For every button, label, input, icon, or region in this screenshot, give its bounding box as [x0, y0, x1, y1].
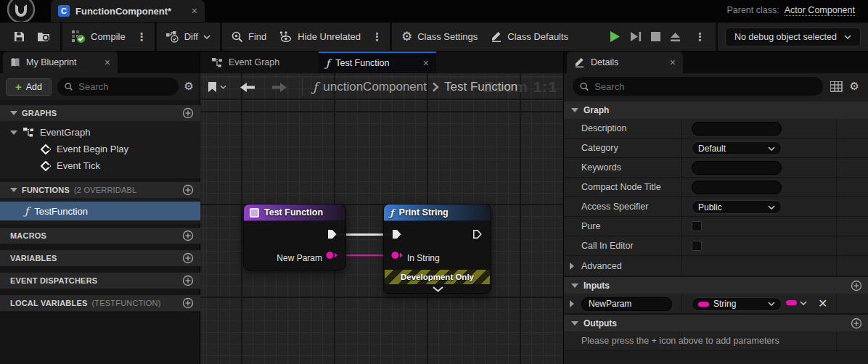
add-dispatcher-plus-icon[interactable] [182, 275, 194, 286]
asset-tab-close-icon[interactable]: × [192, 6, 197, 16]
details-search[interactable] [573, 77, 823, 96]
details-settings-gear-icon[interactable]: ⚙ [850, 81, 859, 92]
string-output-pin[interactable] [326, 251, 338, 260]
exec-output-pin[interactable] [473, 230, 482, 239]
tab-my-blueprint[interactable]: My Blueprint × [3, 51, 118, 73]
section-local-variables[interactable]: LOCAL VARIABLES (TESTFUNCTION) [0, 295, 200, 311]
section-macros[interactable]: MACROS [0, 228, 200, 244]
collapse-arrow-icon[interactable] [10, 111, 17, 115]
local-variables-header-label: LOCAL VARIABLES [10, 299, 88, 307]
asset-tab[interactable]: C FunctionComponent* × [51, 0, 205, 22]
breadcrumb-divider [302, 78, 303, 96]
stop-icon[interactable] [651, 32, 660, 41]
add-button[interactable]: + Add [6, 78, 52, 96]
details-search-input[interactable] [594, 81, 815, 92]
find-button[interactable]: Find [225, 22, 273, 51]
class-defaults-button[interactable]: Class Defaults [484, 22, 575, 51]
blueprint-editor-window: C FunctionComponent* × Parent class: Act… [0, 0, 868, 364]
display-filter-grid-icon[interactable] [830, 81, 843, 92]
node-print-string-header[interactable]: ƒ Print String [384, 204, 491, 221]
class-settings-button[interactable]: ⚙ Class Settings [395, 22, 484, 51]
description-input[interactable] [692, 122, 782, 136]
node-test-function[interactable]: Test Function New Param [243, 204, 346, 270]
keywords-input[interactable] [692, 161, 782, 175]
add-function-plus-icon[interactable] [182, 184, 194, 196]
details-section-inputs[interactable]: Inputs [564, 276, 868, 294]
diff-button[interactable]: Diff [160, 22, 217, 51]
debug-object-dropdown[interactable]: No debug object selected [725, 28, 861, 46]
compile-button[interactable]: Compile [65, 22, 132, 51]
section-variables[interactable]: VARIABLES [0, 250, 200, 266]
collapse-arrow-icon[interactable] [10, 131, 17, 135]
container-type-dropdown[interactable] [786, 300, 807, 305]
save-button[interactable] [7, 22, 31, 51]
collapse-arrow-icon[interactable] [571, 108, 578, 112]
section-functions[interactable]: FUNCTIONS (2 OVERRIDABL [0, 182, 200, 198]
compile-options-kebab-icon[interactable]: ⋮ [132, 30, 152, 44]
tree-item-testfunction[interactable]: ƒ TestFunction [0, 202, 200, 220]
section-graphs[interactable]: GRAPHS [0, 105, 200, 121]
category-combobox[interactable]: Default [692, 141, 782, 155]
my-blueprint-search[interactable] [57, 78, 179, 96]
test-function-tab-close-icon[interactable]: × [423, 58, 429, 68]
access-specifier-dropdown[interactable]: Public [692, 200, 782, 214]
tree-item-eventgraph[interactable]: EventGraph [0, 124, 200, 141]
call-in-editor-checkbox[interactable] [692, 241, 702, 251]
my-blueprint-search-input[interactable] [78, 81, 171, 92]
my-blueprint-tab-close-icon[interactable]: × [105, 57, 110, 67]
breadcrumb-root[interactable]: unctionComponent [323, 80, 427, 94]
category-value: Default [698, 144, 763, 154]
section-event-dispatchers[interactable]: EVENT DISPATCHERS [0, 273, 200, 289]
string-input-pin[interactable] [391, 251, 404, 260]
collapse-arrow-icon[interactable] [10, 188, 17, 192]
collapse-arrow-icon[interactable] [571, 321, 578, 326]
expand-arrow-icon[interactable] [570, 300, 574, 307]
node-test-function-header[interactable]: Test Function [244, 204, 345, 221]
tab-test-function[interactable]: ƒ Test Function × [319, 51, 436, 73]
pure-checkbox[interactable] [692, 221, 702, 231]
details-section-outputs[interactable]: Outputs [564, 314, 868, 331]
forward-arrow-icon[interactable] [271, 82, 287, 93]
hide-unrelated-button[interactable]: Hide Unrelated [273, 22, 367, 51]
details-search-row: ⚙ [564, 73, 868, 99]
eject-icon[interactable] [670, 32, 681, 42]
browse-asset-button[interactable] [31, 22, 57, 51]
breadcrumb-current[interactable]: Test Function [444, 80, 517, 94]
tree-item-event-begin-play[interactable]: Event Begin Play [0, 141, 200, 157]
my-blueprint-settings-gear-icon[interactable]: ⚙ [184, 81, 194, 92]
details-section-graph[interactable]: Graph [564, 102, 868, 119]
add-local-variable-plus-icon[interactable] [182, 297, 194, 309]
exec-output-pin[interactable] [328, 230, 337, 239]
row-advanced[interactable]: Advanced [564, 256, 868, 276]
compact-node-title-input[interactable] [692, 181, 782, 194]
tab-details[interactable]: Details × [567, 51, 683, 73]
play-icon[interactable] [610, 30, 621, 43]
debug-object-label: No debug object selected [734, 32, 837, 42]
add-output-plus-icon[interactable] [851, 318, 862, 329]
play-options-kebab-icon[interactable]: ⋮ [690, 30, 710, 44]
frame-skip-icon[interactable] [630, 31, 642, 42]
graph-canvas[interactable]: Zoom 1:1 ƒ unctionComponent [200, 73, 563, 364]
input-name-field[interactable] [581, 297, 672, 311]
bookmark-icon[interactable] [208, 81, 217, 93]
add-input-plus-icon[interactable] [851, 280, 862, 291]
back-arrow-icon[interactable] [239, 82, 255, 93]
details-tab-close-icon[interactable]: × [670, 57, 676, 67]
tab-event-graph[interactable]: Event Graph [205, 51, 287, 73]
node-expand-chevron-icon[interactable] [433, 286, 443, 292]
expand-arrow-icon[interactable] [570, 262, 574, 270]
input-type-dropdown[interactable]: String [692, 297, 782, 311]
exec-input-pin[interactable] [393, 230, 401, 239]
tree-item-event-tick[interactable]: Event Tick [0, 157, 200, 174]
add-macro-plus-icon[interactable] [182, 230, 194, 241]
event-begin-play-label: Event Begin Play [57, 144, 128, 154]
add-graph-plus-icon[interactable] [182, 107, 194, 119]
call-in-editor-label: Call In Editor [581, 241, 634, 251]
node-print-string[interactable]: ƒ Print String In String Development [383, 204, 491, 294]
parent-class-link[interactable]: Actor Component [785, 5, 855, 16]
add-variable-plus-icon[interactable] [182, 252, 194, 264]
collapse-arrow-icon[interactable] [571, 284, 578, 288]
chevron-down-icon[interactable] [220, 85, 226, 89]
hide-unrelated-options-kebab-icon[interactable]: ⋮ [367, 30, 387, 44]
remove-input-x-icon[interactable]: ✕ [818, 297, 827, 310]
